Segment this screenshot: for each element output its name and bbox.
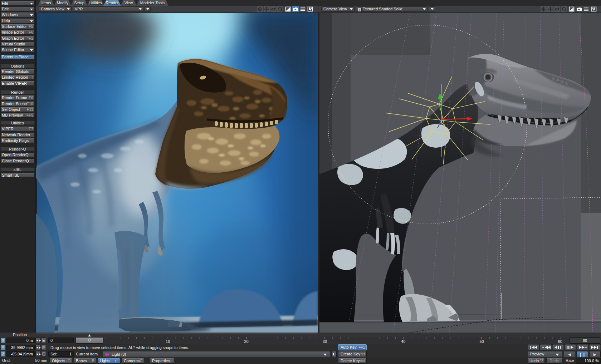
svg-text:50: 50 <box>479 339 484 344</box>
svg-text:40: 40 <box>401 339 405 344</box>
svg-text:60: 60 <box>558 339 562 344</box>
svg-text:30: 30 <box>323 339 327 344</box>
svg-text:20: 20 <box>244 339 248 344</box>
svg-text:10: 10 <box>166 339 170 344</box>
